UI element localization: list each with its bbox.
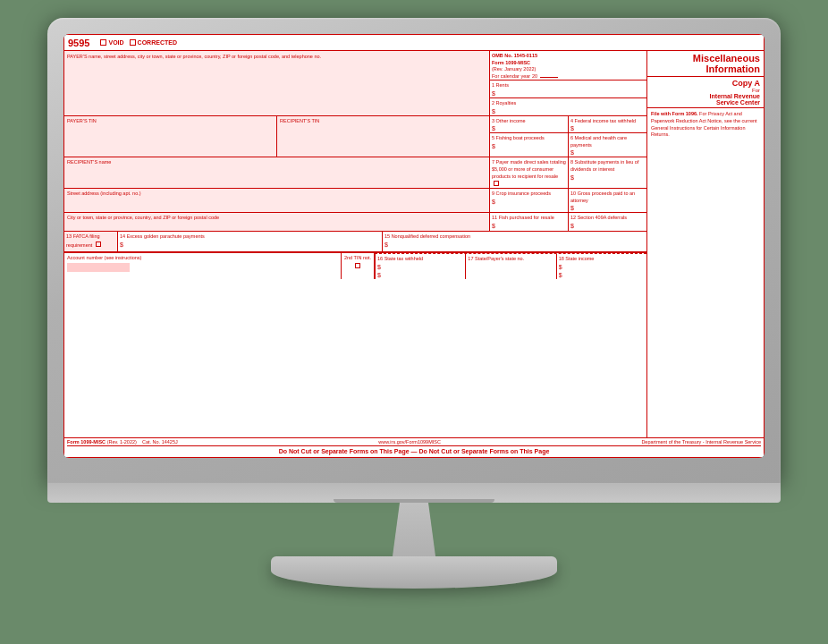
box2-dollar: $: [492, 108, 645, 114]
box4-field: 4 Federal income tax withheld $: [569, 116, 646, 133]
box7-checkbox[interactable]: [494, 181, 499, 186]
city-label: City or town, state or province, country…: [67, 215, 219, 220]
recipient-name-box: RECIPIENT'S name: [64, 157, 490, 188]
box18-dollar1: $: [559, 264, 645, 270]
box5-field: 5 Fishing boat proceeds $: [490, 133, 569, 157]
city-section: City or town, state or province, country…: [64, 213, 646, 232]
monitor-neck: [378, 503, 450, 556]
payer-tin-box: PAYER'S TIN: [64, 116, 277, 157]
box8-label: 8 Substitute payments in lieu of dividen…: [570, 159, 638, 172]
form-number: 9595: [68, 38, 89, 48]
tax-form: 9595 VOID CORRECTED: [63, 34, 765, 458]
fatca-section: 13 FATCA filing requirement 14 Excess go…: [64, 232, 646, 252]
payer-section: PAYER'S name, street address, city or to…: [64, 51, 646, 116]
box1-dollar: $: [492, 90, 645, 97]
box14-field: 14 Excess golden parachute payments $: [118, 232, 383, 251]
recipient-name-section: RECIPIENT'S name 7 Payer made direct sal…: [64, 157, 646, 189]
misc-title: Miscellaneous Information: [651, 53, 760, 74]
account-label: Account number (see instructions): [67, 255, 141, 260]
corrected-label: CORRECTED: [138, 39, 177, 46]
street-box: Street address (including apt. no.): [64, 189, 490, 212]
box4-dollar: $: [570, 125, 645, 131]
corrected-checkbox[interactable]: [130, 39, 136, 46]
box11-field: 11 Fish purchased for resale $: [490, 213, 569, 231]
box7-label: 7 Payer made direct sales totaling $5,00…: [492, 159, 566, 178]
omb-row: OMB No. 1545-0115 Form 1099-MISC (Rev. J…: [490, 51, 646, 80]
box3-label: 3 Other income: [492, 118, 526, 123]
account-section: Account number (see instructions) 2nd TI…: [64, 252, 646, 279]
irs-line2: Service Center: [651, 99, 760, 106]
instructions-text: File with Form 1096. For Privacy Act and…: [651, 111, 760, 139]
box16-dollar1: $: [377, 264, 463, 270]
void-checkbox[interactable]: [100, 39, 106, 46]
box5-6-row: 5 Fishing boat proceeds $ 6 Medical and …: [490, 133, 646, 157]
form-body: PAYER'S name, street address, city or to…: [64, 51, 764, 437]
recipient-tin-box: RECIPIENT'S TIN: [277, 116, 490, 157]
calendar-year-label: For calendar year: [492, 73, 530, 79]
box13-checkbox[interactable]: [96, 242, 101, 247]
rents-box: 1 Rents $: [490, 80, 646, 97]
form-header: 9595 VOID CORRECTED: [64, 35, 764, 51]
form-title-block: Miscellaneous Information: [647, 51, 764, 77]
box6-label: 6 Medical and health care payments: [570, 135, 627, 148]
box17-field: 17 State/Payer's state no.: [466, 254, 556, 279]
box15-dollar: $: [384, 242, 645, 248]
box6-field: 6 Medical and health care payments $: [569, 133, 646, 157]
box9-10-col: 9 Crop insurance proceeds $ 10 Gross pro…: [490, 189, 646, 212]
form-footer: Form 1099-MISC (Rev. 1-2022) Cat. No. 14…: [64, 437, 764, 457]
omb-label: OMB No. 1545-0115: [492, 53, 537, 58]
box1-label: 1 Rents: [492, 82, 509, 88]
2nd-tin-checkbox[interactable]: [355, 263, 360, 268]
omb-box: OMB No. 1545-0115 Form 1099-MISC (Rev. J…: [490, 51, 646, 80]
box8-field: 8 Substitute payments in lieu of dividen…: [569, 157, 646, 188]
box12-field: 12 Section 409A deferrals $: [569, 213, 646, 231]
monitor-base: [271, 556, 557, 589]
payer-tin-label: PAYER'S TIN: [67, 118, 97, 123]
box7-field: 7 Payer made direct sales totaling $5,00…: [490, 157, 569, 188]
box11-dollar: $: [492, 223, 566, 229]
box18-dollar2: $: [559, 272, 645, 278]
box2-label: 2 Royalties: [492, 100, 516, 106]
copy-label: Copy A: [651, 79, 760, 88]
corrected-checkbox-item: CORRECTED: [130, 39, 177, 46]
street-label: Street address (including apt. no.): [67, 191, 141, 196]
2nd-tin-label: 2nd TIN not.: [344, 255, 371, 260]
state-headers: 16 State tax withheld $ $ 17 State/Payer…: [376, 254, 646, 279]
form-left: PAYER'S name, street address, city or to…: [64, 51, 647, 437]
box13-label: 13 FATCA filing requirement: [66, 233, 100, 248]
footer-dept: Department of the Treasury - Internal Re…: [641, 439, 761, 445]
box5-label: 5 Fishing boat proceeds: [492, 135, 545, 140]
recipient-name-label: RECIPIENT'S name: [67, 159, 111, 165]
form-right-col: Miscellaneous Information Copy A For Int…: [647, 51, 764, 437]
rents-row: 1 Rents $: [490, 80, 646, 98]
royalties-row: 2 Royalties $: [490, 98, 646, 115]
state-fields: 16 State tax withheld $ $ 17 State/Payer…: [375, 253, 646, 279]
do-not-cut: Do Not Cut or Separate Forms on This Pag…: [67, 445, 761, 456]
box3-field: 3 Other income $: [490, 116, 569, 133]
box18-label: 18 State income: [559, 256, 595, 261]
2nd-tin-box: 2nd TIN not.: [341, 253, 375, 279]
box15-label: 15 Nonqualified deferred compensation: [384, 233, 470, 239]
box16-label: 16 State tax withheld: [377, 256, 423, 261]
box10-dollar: $: [570, 205, 645, 211]
box3-4-col: 3 Other income $ 4 Federal income tax wi…: [490, 116, 646, 157]
box9-field: 9 Crop insurance proceeds $: [490, 189, 569, 212]
monitor-screen: 9595 VOID CORRECTED: [63, 34, 765, 458]
city-box: City or town, state or province, country…: [64, 213, 490, 231]
box4-label: 4 Federal income tax withheld: [570, 118, 636, 123]
box11-12-col: 11 Fish purchased for resale $ 12 Sectio…: [490, 213, 646, 231]
box3-row: 3 Other income $ 4 Federal income tax wi…: [490, 116, 646, 134]
street-section: Street address (including apt. no.) 9 Cr…: [64, 189, 646, 213]
recipient-tin-label: RECIPIENT'S TIN: [280, 118, 319, 123]
payer-info-box: PAYER'S name, street address, city or to…: [64, 51, 490, 115]
monitor-bezel: 9595 VOID CORRECTED: [47, 18, 781, 483]
form-name-label: Form 1099-MISC: [492, 60, 530, 65]
checkbox-group: VOID CORRECTED: [100, 39, 176, 46]
box14-label: 14 Excess golden parachute payments: [120, 233, 205, 239]
footer-form-label: Form 1099-MISC (Rev. 1-2022) Cat. No. 14…: [67, 439, 178, 445]
footer-top-row: Form 1099-MISC (Rev. 1-2022) Cat. No. 14…: [67, 439, 761, 445]
payer-label: PAYER'S name, street address, city or to…: [67, 54, 321, 59]
account-number-field[interactable]: [67, 263, 130, 272]
box9-label: 9 Crop insurance proceeds: [492, 191, 551, 196]
year-value: 20: [532, 73, 537, 79]
